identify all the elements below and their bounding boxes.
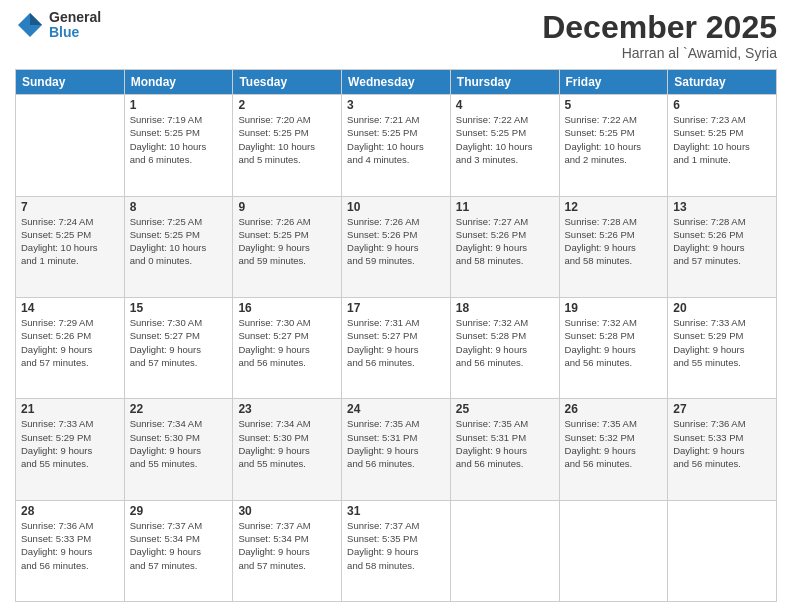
calendar-week-3: 21Sunrise: 7:33 AM Sunset: 5:29 PM Dayli… — [16, 399, 777, 500]
calendar-col-wednesday: Wednesday — [342, 70, 451, 95]
day-number: 11 — [456, 200, 554, 214]
calendar-cell: 19Sunrise: 7:32 AM Sunset: 5:28 PM Dayli… — [559, 297, 668, 398]
day-info: Sunrise: 7:36 AM Sunset: 5:33 PM Dayligh… — [21, 519, 119, 572]
day-info: Sunrise: 7:24 AM Sunset: 5:25 PM Dayligh… — [21, 215, 119, 268]
calendar-cell: 24Sunrise: 7:35 AM Sunset: 5:31 PM Dayli… — [342, 399, 451, 500]
day-number: 22 — [130, 402, 228, 416]
calendar-cell: 20Sunrise: 7:33 AM Sunset: 5:29 PM Dayli… — [668, 297, 777, 398]
calendar-cell — [16, 95, 125, 196]
calendar-cell: 16Sunrise: 7:30 AM Sunset: 5:27 PM Dayli… — [233, 297, 342, 398]
calendar-cell: 12Sunrise: 7:28 AM Sunset: 5:26 PM Dayli… — [559, 196, 668, 297]
day-info: Sunrise: 7:33 AM Sunset: 5:29 PM Dayligh… — [673, 316, 771, 369]
calendar-table: SundayMondayTuesdayWednesdayThursdayFrid… — [15, 69, 777, 602]
calendar-cell — [559, 500, 668, 601]
day-info: Sunrise: 7:34 AM Sunset: 5:30 PM Dayligh… — [238, 417, 336, 470]
calendar-cell: 2Sunrise: 7:20 AM Sunset: 5:25 PM Daylig… — [233, 95, 342, 196]
logo-icon — [15, 10, 45, 40]
day-info: Sunrise: 7:30 AM Sunset: 5:27 PM Dayligh… — [130, 316, 228, 369]
calendar-cell: 4Sunrise: 7:22 AM Sunset: 5:25 PM Daylig… — [450, 95, 559, 196]
day-number: 7 — [21, 200, 119, 214]
day-number: 28 — [21, 504, 119, 518]
day-number: 27 — [673, 402, 771, 416]
calendar-cell: 21Sunrise: 7:33 AM Sunset: 5:29 PM Dayli… — [16, 399, 125, 500]
calendar-cell: 6Sunrise: 7:23 AM Sunset: 5:25 PM Daylig… — [668, 95, 777, 196]
calendar-cell: 17Sunrise: 7:31 AM Sunset: 5:27 PM Dayli… — [342, 297, 451, 398]
calendar-cell: 31Sunrise: 7:37 AM Sunset: 5:35 PM Dayli… — [342, 500, 451, 601]
calendar-cell: 27Sunrise: 7:36 AM Sunset: 5:33 PM Dayli… — [668, 399, 777, 500]
calendar-col-friday: Friday — [559, 70, 668, 95]
calendar-cell: 22Sunrise: 7:34 AM Sunset: 5:30 PM Dayli… — [124, 399, 233, 500]
logo-general: General — [49, 10, 101, 25]
calendar-cell: 14Sunrise: 7:29 AM Sunset: 5:26 PM Dayli… — [16, 297, 125, 398]
page: General Blue December 2025 Harran al `Aw… — [0, 0, 792, 612]
calendar-cell: 7Sunrise: 7:24 AM Sunset: 5:25 PM Daylig… — [16, 196, 125, 297]
day-info: Sunrise: 7:35 AM Sunset: 5:32 PM Dayligh… — [565, 417, 663, 470]
month-title: December 2025 — [542, 10, 777, 45]
day-number: 5 — [565, 98, 663, 112]
logo: General Blue — [15, 10, 101, 41]
day-number: 2 — [238, 98, 336, 112]
day-number: 23 — [238, 402, 336, 416]
day-info: Sunrise: 7:33 AM Sunset: 5:29 PM Dayligh… — [21, 417, 119, 470]
day-number: 29 — [130, 504, 228, 518]
day-number: 21 — [21, 402, 119, 416]
calendar-cell — [450, 500, 559, 601]
calendar-cell: 9Sunrise: 7:26 AM Sunset: 5:25 PM Daylig… — [233, 196, 342, 297]
day-number: 16 — [238, 301, 336, 315]
header: General Blue December 2025 Harran al `Aw… — [15, 10, 777, 61]
logo-text: General Blue — [49, 10, 101, 41]
day-number: 25 — [456, 402, 554, 416]
day-number: 15 — [130, 301, 228, 315]
day-info: Sunrise: 7:22 AM Sunset: 5:25 PM Dayligh… — [456, 113, 554, 166]
day-info: Sunrise: 7:28 AM Sunset: 5:26 PM Dayligh… — [673, 215, 771, 268]
day-info: Sunrise: 7:26 AM Sunset: 5:25 PM Dayligh… — [238, 215, 336, 268]
day-info: Sunrise: 7:35 AM Sunset: 5:31 PM Dayligh… — [347, 417, 445, 470]
day-info: Sunrise: 7:25 AM Sunset: 5:25 PM Dayligh… — [130, 215, 228, 268]
day-number: 14 — [21, 301, 119, 315]
day-info: Sunrise: 7:35 AM Sunset: 5:31 PM Dayligh… — [456, 417, 554, 470]
calendar-cell: 10Sunrise: 7:26 AM Sunset: 5:26 PM Dayli… — [342, 196, 451, 297]
calendar-week-0: 1Sunrise: 7:19 AM Sunset: 5:25 PM Daylig… — [16, 95, 777, 196]
calendar-cell: 29Sunrise: 7:37 AM Sunset: 5:34 PM Dayli… — [124, 500, 233, 601]
title-block: December 2025 Harran al `Awamid, Syria — [542, 10, 777, 61]
day-number: 26 — [565, 402, 663, 416]
calendar-cell: 1Sunrise: 7:19 AM Sunset: 5:25 PM Daylig… — [124, 95, 233, 196]
calendar-cell: 5Sunrise: 7:22 AM Sunset: 5:25 PM Daylig… — [559, 95, 668, 196]
day-number: 18 — [456, 301, 554, 315]
day-number: 8 — [130, 200, 228, 214]
day-info: Sunrise: 7:28 AM Sunset: 5:26 PM Dayligh… — [565, 215, 663, 268]
day-info: Sunrise: 7:23 AM Sunset: 5:25 PM Dayligh… — [673, 113, 771, 166]
day-info: Sunrise: 7:37 AM Sunset: 5:34 PM Dayligh… — [130, 519, 228, 572]
day-info: Sunrise: 7:30 AM Sunset: 5:27 PM Dayligh… — [238, 316, 336, 369]
day-number: 9 — [238, 200, 336, 214]
calendar-cell: 26Sunrise: 7:35 AM Sunset: 5:32 PM Dayli… — [559, 399, 668, 500]
calendar-cell: 25Sunrise: 7:35 AM Sunset: 5:31 PM Dayli… — [450, 399, 559, 500]
calendar-header-row: SundayMondayTuesdayWednesdayThursdayFrid… — [16, 70, 777, 95]
day-info: Sunrise: 7:26 AM Sunset: 5:26 PM Dayligh… — [347, 215, 445, 268]
day-info: Sunrise: 7:20 AM Sunset: 5:25 PM Dayligh… — [238, 113, 336, 166]
day-info: Sunrise: 7:32 AM Sunset: 5:28 PM Dayligh… — [565, 316, 663, 369]
day-info: Sunrise: 7:19 AM Sunset: 5:25 PM Dayligh… — [130, 113, 228, 166]
day-info: Sunrise: 7:21 AM Sunset: 5:25 PM Dayligh… — [347, 113, 445, 166]
day-info: Sunrise: 7:37 AM Sunset: 5:35 PM Dayligh… — [347, 519, 445, 572]
calendar-cell: 28Sunrise: 7:36 AM Sunset: 5:33 PM Dayli… — [16, 500, 125, 601]
day-number: 4 — [456, 98, 554, 112]
day-number: 31 — [347, 504, 445, 518]
calendar-col-thursday: Thursday — [450, 70, 559, 95]
calendar-col-tuesday: Tuesday — [233, 70, 342, 95]
day-info: Sunrise: 7:29 AM Sunset: 5:26 PM Dayligh… — [21, 316, 119, 369]
calendar-col-monday: Monday — [124, 70, 233, 95]
day-info: Sunrise: 7:32 AM Sunset: 5:28 PM Dayligh… — [456, 316, 554, 369]
day-info: Sunrise: 7:34 AM Sunset: 5:30 PM Dayligh… — [130, 417, 228, 470]
calendar-cell: 23Sunrise: 7:34 AM Sunset: 5:30 PM Dayli… — [233, 399, 342, 500]
calendar-cell: 18Sunrise: 7:32 AM Sunset: 5:28 PM Dayli… — [450, 297, 559, 398]
logo-blue: Blue — [49, 25, 101, 40]
day-number: 17 — [347, 301, 445, 315]
calendar-week-2: 14Sunrise: 7:29 AM Sunset: 5:26 PM Dayli… — [16, 297, 777, 398]
day-info: Sunrise: 7:37 AM Sunset: 5:34 PM Dayligh… — [238, 519, 336, 572]
day-info: Sunrise: 7:31 AM Sunset: 5:27 PM Dayligh… — [347, 316, 445, 369]
day-number: 3 — [347, 98, 445, 112]
calendar-col-saturday: Saturday — [668, 70, 777, 95]
calendar-cell: 30Sunrise: 7:37 AM Sunset: 5:34 PM Dayli… — [233, 500, 342, 601]
day-number: 13 — [673, 200, 771, 214]
